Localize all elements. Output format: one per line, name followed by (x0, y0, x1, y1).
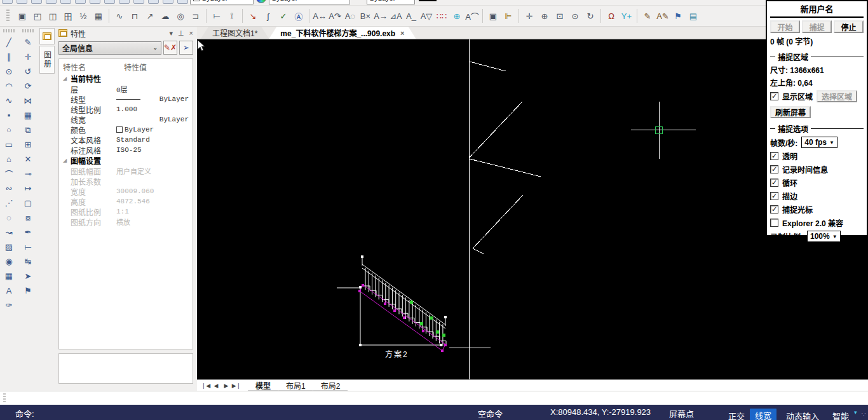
record-scale-select[interactable]: 100% ▼ (807, 231, 841, 242)
clipped-toolbar-icon[interactable] (2, 0, 13, 4)
array-tool-icon[interactable]: ▦ (20, 108, 36, 123)
property-row[interactable]: 颜色ByLayer (63, 125, 193, 135)
point-tool-icon[interactable]: ▪ (1, 108, 17, 123)
break-tool-icon[interactable]: ✕ (20, 152, 36, 166)
zoom-window-icon[interactable]: ⊡ (552, 8, 567, 24)
property-value[interactable]: ByLayer (116, 116, 193, 123)
view3d-tool-icon[interactable]: ⧇ (20, 210, 36, 225)
paste-tool-icon[interactable]: ⊞ (20, 137, 36, 152)
layout-tab-1[interactable]: 布局1 (278, 381, 313, 391)
linear-dim-icon[interactable]: ⟝ (209, 8, 224, 24)
datum-icon[interactable]: ⟟ (224, 8, 240, 24)
rotate-ref-icon[interactable]: ↺ (20, 64, 36, 79)
property-value[interactable]: 1.000 (116, 105, 193, 113)
arc-tool-icon[interactable]: ◠ (1, 79, 17, 93)
prev-sheet-icon[interactable]: ◀ (211, 383, 221, 389)
clipped-toolbar-icon[interactable] (133, 0, 144, 4)
revision-cloud-icon[interactable]: ☁ (158, 8, 173, 24)
view-symbol-icon[interactable]: ◎ (173, 8, 188, 24)
color-wheel-icon[interactable]: ⊕ (449, 8, 465, 24)
clipped-toolbar-icon[interactable] (119, 0, 130, 4)
text-circle-icon[interactable]: A◌ (342, 8, 358, 24)
refresh-screen-button[interactable]: 刷新屏幕 (770, 106, 811, 118)
pick-tool-icon[interactable]: ➤ (20, 269, 36, 283)
property-value[interactable]: ByLayer (116, 126, 193, 133)
capture-option-checkbox-2[interactable]: ✓ (770, 179, 778, 187)
extend-tool-icon[interactable]: ↦ (20, 181, 36, 196)
capture-option-checkbox-0[interactable]: ✓ (770, 152, 778, 160)
ruler-icon[interactable]: ⊫ (501, 8, 516, 24)
property-row[interactable]: 图纸比例1:1 (63, 207, 193, 217)
expander-icon[interactable]: ◢ (63, 76, 71, 81)
leader-arrow-icon[interactable]: ↗ (142, 8, 158, 24)
pan-icon[interactable]: ✛ (522, 8, 537, 24)
property-value[interactable]: 用户自定义 (116, 166, 193, 176)
text-down-icon[interactable]: A▽ (419, 8, 434, 24)
text-align-icon[interactable]: A↔ (312, 8, 327, 24)
tab-close-icon[interactable]: × (400, 29, 404, 37)
statusbar-resize-grip[interactable]: ⸪ (862, 410, 866, 418)
text-edit-icon[interactable]: ⊿A (388, 8, 403, 24)
property-row[interactable]: 线型比例1.000 (63, 104, 193, 114)
chevron-down-icon[interactable]: ▾ (854, 409, 857, 416)
next-sheet-icon[interactable]: ▶ (221, 383, 231, 389)
document-tab-0[interactable]: 工程图文档1* (201, 27, 269, 39)
property-value[interactable]: 横放 (116, 217, 193, 227)
command-prompt[interactable]: 命令: (15, 407, 34, 419)
spline-tool-icon[interactable]: ∿ (1, 93, 17, 108)
clipped-toolbar-icon[interactable] (60, 0, 71, 4)
property-row[interactable]: 标注风格ISO-25 (63, 145, 193, 155)
property-value[interactable]: 4872.546 (116, 198, 193, 205)
dim-brush-icon[interactable]: ✎ (640, 8, 655, 24)
clipped-toolbar-icon[interactable] (31, 0, 42, 4)
stretch-tool-icon[interactable]: ↹ (20, 254, 36, 269)
curve-fit-icon[interactable]: ↝ (1, 225, 17, 240)
clipped-toolbar-icon[interactable] (163, 0, 173, 4)
step-line-icon[interactable]: ⊓ (127, 8, 142, 24)
text-arc-icon[interactable]: A⌒ (465, 8, 480, 24)
text-arrow-icon[interactable]: A→ (373, 8, 388, 24)
panel-menu-icon[interactable]: ▾ (169, 29, 173, 37)
clipped-toolbar-icon[interactable] (148, 0, 159, 4)
scope-combobox[interactable]: 全局信息 ⌄ (58, 41, 161, 55)
text-block-icon[interactable]: Ⓐ (291, 8, 306, 24)
text-under-icon[interactable]: A_ (403, 8, 419, 24)
magnet-snap-icon[interactable]: Ω (604, 8, 619, 24)
toolbar-grip[interactable] (6, 10, 10, 22)
frame-scale-icon[interactable]: ◰ (30, 8, 45, 24)
zoom-previous-icon[interactable]: ⊙ (567, 8, 583, 24)
circle-tool-icon[interactable]: ⊙ (1, 64, 17, 79)
lineweight-bylayer-combo[interactable]: ByLayer ▾ (367, 0, 415, 4)
layout-tab-2[interactable]: 布局2 (313, 381, 348, 391)
stop-button[interactable]: 停止 (834, 20, 864, 33)
clipped-toolbar-icon[interactable] (90, 0, 100, 4)
property-value[interactable]: 30009.060 (116, 187, 193, 195)
sheet-number-icon[interactable]: ½ (76, 8, 91, 24)
toolbar-grip[interactable] (22, 29, 34, 32)
polygon-tool-icon[interactable]: ⌂ (1, 152, 17, 166)
new-frame-icon[interactable]: ▢ (20, 196, 36, 210)
table-icon[interactable]: ▦ (91, 8, 106, 24)
property-row[interactable]: 高度4872.546 (63, 196, 193, 207)
layout-tab-0[interactable]: 模型 (248, 381, 278, 391)
window-grid-icon[interactable]: 田 (60, 8, 76, 24)
clipped-toolbar-icon[interactable] (17, 0, 27, 4)
select-region-button[interactable]: 选择区域 (817, 90, 857, 102)
capture-button[interactable]: 捕捉 (802, 20, 832, 33)
property-row[interactable]: 层0层 (63, 84, 193, 94)
status-toggle-3[interactable]: 智能 (832, 410, 849, 420)
section-clamp-icon[interactable]: ⊐ (188, 8, 203, 24)
last-sheet-icon[interactable]: ▶❘ (231, 383, 241, 389)
dimension-tool-icon[interactable]: ⟝ (20, 240, 36, 254)
color-bylayer-combo[interactable]: ByLayer ▾ (190, 0, 254, 4)
capture-option-checkbox-1[interactable]: ✓ (770, 165, 778, 173)
linetype-manager-icon[interactable] (352, 0, 365, 3)
move-tool-icon[interactable]: ✛ (20, 50, 36, 64)
polyline-tool-icon[interactable]: ⌒ (1, 166, 17, 181)
status-toggle-0[interactable]: 正交 (728, 410, 745, 420)
check-icon[interactable]: ✓ (276, 8, 291, 24)
construction-line-icon[interactable]: ⋰ (1, 196, 17, 210)
rotate-tool-icon[interactable]: ⟳ (20, 79, 36, 93)
expander-icon[interactable]: ◢ (63, 158, 71, 163)
panel-tab-album[interactable]: 图册 (39, 46, 55, 74)
